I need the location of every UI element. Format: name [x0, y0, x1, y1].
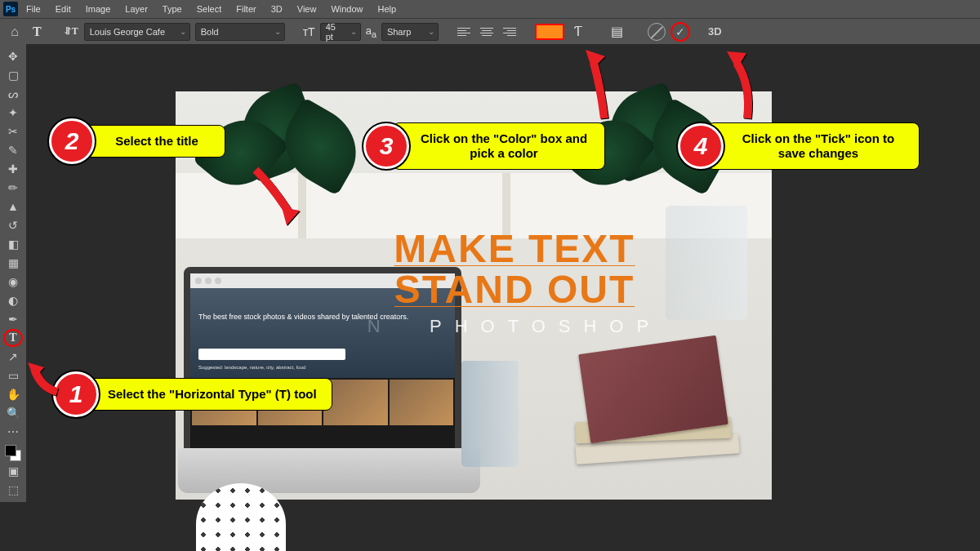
antialias-icon: aa — [366, 24, 376, 39]
edit-toolbar[interactable]: ⋯ — [3, 423, 23, 441]
menu-select[interactable]: Select — [190, 2, 229, 16]
tools-panel: ✥ ▢ ᔕ ✦ ✂ ✎ ✚ ✏ ▲ ↺ ◧ ▦ ◉ ◐ ✒ T ↗ ▭ ✋ 🔍 … — [0, 44, 26, 502]
foreground-background-swatch[interactable] — [5, 445, 21, 461]
type-tool-indicator: T — [28, 24, 47, 39]
cancel-icon[interactable] — [648, 23, 666, 41]
callout-1: 1 Select the "Horizontal Type" (T) tool — [53, 371, 332, 417]
svg-marker-1 — [282, 207, 300, 225]
marquee-tool[interactable]: ▢ — [3, 66, 23, 84]
font-size-icon: тT — [303, 25, 315, 38]
canvas-glass — [461, 361, 519, 467]
callout-2: 2 Select the title — [49, 118, 225, 164]
photoshop-icon: Ps — [3, 2, 18, 16]
blur-tool[interactable]: ◉ — [3, 273, 23, 291]
align-right-button[interactable] — [501, 24, 519, 40]
arrow-2 — [249, 163, 306, 232]
callout-label: Click on the "Tick" icon to save changes — [707, 122, 920, 170]
canvas-hand — [196, 483, 286, 551]
menu-window[interactable]: Window — [324, 2, 369, 16]
3d-button[interactable]: 3D — [708, 25, 722, 38]
callout-3: 3 Click on the "Color" box and pick a co… — [363, 122, 605, 170]
callout-badge: 4 — [678, 123, 724, 169]
warp-text-icon[interactable]: Ƭ — [569, 23, 587, 41]
callout-label: Select the title — [78, 125, 225, 158]
horizontal-type-tool[interactable]: T — [3, 329, 23, 347]
zoom-tool[interactable]: 🔍 — [3, 404, 23, 422]
align-left-button[interactable] — [455, 24, 473, 40]
lasso-tool[interactable]: ᔕ — [3, 85, 23, 103]
menu-help[interactable]: Help — [372, 2, 403, 16]
align-center-button[interactable] — [478, 24, 496, 40]
eyedropper-tool[interactable]: ✎ — [3, 141, 23, 159]
hand-tool[interactable]: ✋ — [3, 385, 23, 403]
menu-file[interactable]: File — [20, 2, 47, 16]
callout-badge: 3 — [363, 123, 409, 169]
menu-3d[interactable]: 3D — [265, 2, 289, 16]
brush-tool[interactable]: ✏ — [3, 179, 23, 197]
callout-badge: 2 — [49, 118, 95, 164]
site-tags: Suggested: landscape, nature, city, abst… — [190, 363, 455, 371]
font-size-dropdown[interactable]: 45 pt — [320, 23, 361, 41]
menu-edit[interactable]: Edit — [49, 2, 78, 16]
arrow-4 — [719, 45, 760, 126]
canvas-books — [551, 353, 747, 459]
antialias-dropdown[interactable]: Sharp — [381, 23, 439, 41]
panel-icon[interactable]: ▤ — [608, 23, 626, 41]
callout-4: 4 Click on the "Tick" icon to save chang… — [678, 122, 920, 170]
stamp-tool[interactable]: ▲ — [3, 198, 23, 216]
menu-bar: Ps File Edit Image Layer Type Select Fil… — [0, 0, 980, 18]
arrow-1 — [24, 359, 65, 403]
commit-check-icon[interactable]: ✓ — [670, 22, 690, 42]
text-color-swatch[interactable] — [535, 24, 564, 40]
shape-tool[interactable]: ▭ — [3, 367, 23, 384]
title-line-1: MAKE TEXT — [290, 229, 739, 269]
menu-type[interactable]: Type — [156, 2, 189, 16]
crop-tool[interactable]: ✂ — [3, 122, 23, 140]
title-line-2: STAND OUT — [290, 269, 739, 310]
eraser-tool[interactable]: ◧ — [3, 235, 23, 253]
menu-image[interactable]: Image — [79, 2, 118, 16]
menu-filter[interactable]: Filter — [229, 2, 262, 16]
history-brush-tool[interactable]: ↺ — [3, 216, 23, 234]
dodge-tool[interactable]: ◐ — [3, 291, 23, 309]
callout-label: Select the "Horizontal Type" (T) tool — [82, 378, 332, 411]
text-orientation-icon[interactable]: ⥯T — [63, 24, 79, 40]
menu-layer[interactable]: Layer — [118, 2, 154, 16]
home-icon[interactable]: ⌂ — [7, 24, 23, 40]
canvas-title-text[interactable]: MAKE TEXT STAND OUT N PHOTOSHOP — [290, 229, 739, 337]
font-weight-dropdown[interactable]: Bold — [195, 23, 285, 41]
menu-view[interactable]: View — [291, 2, 323, 16]
healing-tool[interactable]: ✚ — [3, 160, 23, 178]
callout-label: Click on the "Color" box and pick a colo… — [393, 122, 605, 170]
quick-mask-tool[interactable]: ▣ — [3, 462, 23, 480]
gradient-tool[interactable]: ▦ — [3, 254, 23, 272]
path-tool[interactable]: ↗ — [3, 348, 23, 366]
arrow-3 — [576, 45, 617, 126]
move-tool[interactable]: ✥ — [3, 47, 23, 65]
pen-tool[interactable]: ✒ — [3, 310, 23, 328]
quick-select-tool[interactable]: ✦ — [3, 104, 23, 122]
screen-mode-tool[interactable]: ⬚ — [3, 481, 23, 499]
subtitle: N PHOTOSHOP — [290, 316, 739, 337]
font-family-dropdown[interactable]: Louis George Cafe — [84, 23, 190, 41]
options-bar: ⌂ T ⥯T Louis George Cafe Bold тT 45 pt a… — [0, 18, 980, 44]
